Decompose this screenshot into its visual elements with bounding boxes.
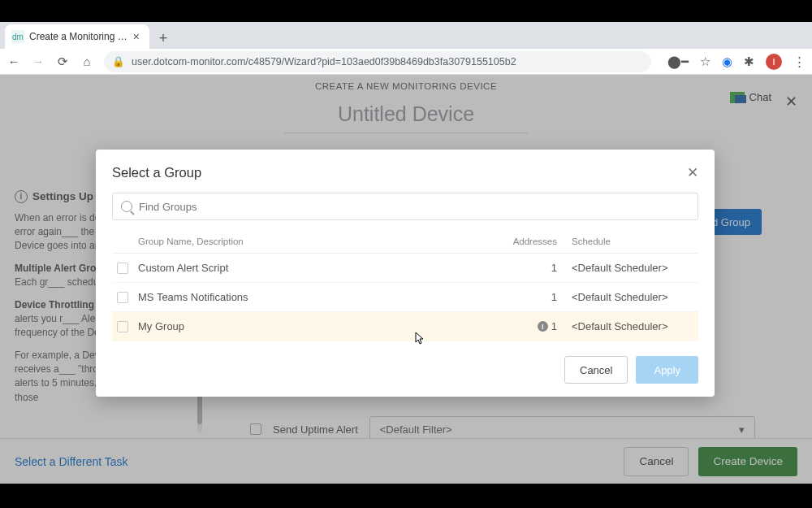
browser-chrome: dm Create a Monitoring Device × + ← → ⟳ … — [0, 22, 812, 75]
row-schedule: <Default Scheduler> — [572, 262, 693, 274]
group-row[interactable]: My Group ! 1 <Default Scheduler> — [112, 312, 698, 341]
browser-menu-icon[interactable]: ⋮ — [793, 54, 806, 69]
back-button[interactable]: ← — [6, 54, 21, 68]
toolbar-right: ⬤━ ☆ ◉ ✱ I ⋮ — [667, 54, 806, 70]
group-row[interactable]: MS Teams Notifications 1 <Default Schedu… — [112, 283, 698, 312]
extension-icon-1[interactable]: ◉ — [722, 54, 732, 69]
reload-button[interactable]: ⟳ — [55, 54, 70, 69]
group-search-box[interactable] — [112, 193, 698, 220]
forward-button[interactable]: → — [31, 54, 45, 68]
tab-favicon: dm — [11, 30, 24, 43]
apply-button[interactable]: Apply — [636, 356, 698, 384]
row-name: Custom Alert Script — [138, 262, 507, 274]
tab-close-icon[interactable]: × — [130, 30, 143, 43]
password-key-icon[interactable]: ⬤━ — [667, 54, 689, 69]
row-addresses: ! 1 — [507, 320, 572, 332]
row-schedule: <Default Scheduler> — [572, 291, 693, 303]
cancel-button[interactable]: Cancel — [564, 356, 628, 384]
profile-avatar[interactable]: I — [766, 54, 782, 70]
search-input[interactable] — [139, 201, 689, 213]
row-addresses: 1 — [507, 291, 572, 303]
row-addr-value: 1 — [551, 320, 557, 332]
bookmark-star-icon[interactable]: ☆ — [700, 54, 710, 69]
col-schedule-header[interactable]: Schedule — [572, 237, 693, 246]
url-text: user.dotcom-monitor.com/c48579/Wizard?pi… — [132, 56, 516, 67]
tab-strip: dm Create a Monitoring Device × + — [0, 22, 812, 49]
extension-icon-2[interactable]: ✱ — [744, 54, 754, 69]
browser-tab[interactable]: dm Create a Monitoring Device × — [5, 24, 149, 49]
row-checkbox[interactable] — [117, 263, 128, 274]
col-addresses-header[interactable]: Addresses — [507, 237, 572, 246]
row-checkbox[interactable] — [117, 292, 128, 303]
tab-title: Create a Monitoring Device — [29, 31, 130, 42]
select-group-modal: Select a Group ✕ Group Name, Description… — [96, 150, 715, 397]
search-icon — [121, 201, 132, 212]
modal-header: Select a Group ✕ — [112, 164, 698, 181]
grid-header: Group Name, Description Addresses Schedu… — [112, 230, 698, 254]
modal-title: Select a Group — [112, 165, 201, 180]
group-row[interactable]: Custom Alert Script 1 <Default Scheduler… — [112, 254, 698, 283]
warning-icon: ! — [538, 321, 548, 332]
row-addresses: 1 — [507, 262, 572, 274]
row-name: My Group — [138, 320, 507, 332]
modal-close-button[interactable]: ✕ — [687, 164, 698, 181]
lock-icon: 🔒 — [112, 55, 125, 67]
col-name-header[interactable]: Group Name, Description — [138, 237, 507, 246]
row-name: MS Teams Notifications — [138, 291, 507, 303]
new-tab-button[interactable]: + — [153, 28, 174, 49]
nav-row: ← → ⟳ ⌂ 🔒 user.dotcom-monitor.com/c48579… — [0, 49, 812, 75]
modal-actions: Cancel Apply — [112, 356, 698, 384]
address-bar[interactable]: 🔒 user.dotcom-monitor.com/c48579/Wizard?… — [104, 51, 651, 72]
home-button[interactable]: ⌂ — [80, 54, 94, 68]
row-schedule: <Default Scheduler> — [572, 320, 693, 332]
row-checkbox[interactable] — [117, 321, 128, 332]
